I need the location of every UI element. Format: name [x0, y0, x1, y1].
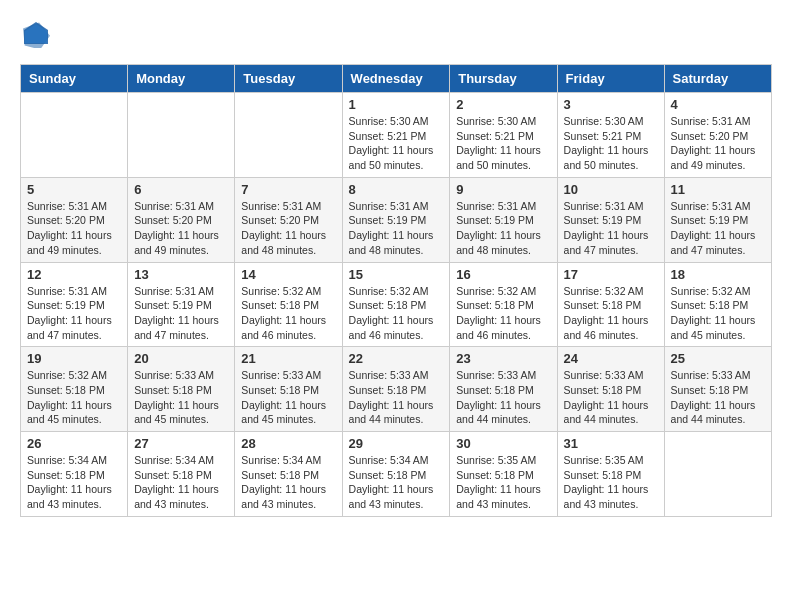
day-number: 8: [349, 182, 444, 197]
day-info: Sunrise: 5:33 AM Sunset: 5:18 PM Dayligh…: [456, 368, 550, 427]
day-info: Sunrise: 5:31 AM Sunset: 5:19 PM Dayligh…: [134, 284, 228, 343]
day-info: Sunrise: 5:31 AM Sunset: 5:19 PM Dayligh…: [456, 199, 550, 258]
calendar-cell: [21, 93, 128, 178]
calendar-cell: 2Sunrise: 5:30 AM Sunset: 5:21 PM Daylig…: [450, 93, 557, 178]
weekday-header-friday: Friday: [557, 65, 664, 93]
day-number: 11: [671, 182, 765, 197]
day-number: 18: [671, 267, 765, 282]
calendar-cell: 31Sunrise: 5:35 AM Sunset: 5:18 PM Dayli…: [557, 432, 664, 517]
day-info: Sunrise: 5:34 AM Sunset: 5:18 PM Dayligh…: [27, 453, 121, 512]
day-info: Sunrise: 5:31 AM Sunset: 5:19 PM Dayligh…: [564, 199, 658, 258]
day-info: Sunrise: 5:33 AM Sunset: 5:18 PM Dayligh…: [671, 368, 765, 427]
day-info: Sunrise: 5:33 AM Sunset: 5:18 PM Dayligh…: [134, 368, 228, 427]
day-number: 22: [349, 351, 444, 366]
day-number: 27: [134, 436, 228, 451]
calendar-week-row: 26Sunrise: 5:34 AM Sunset: 5:18 PM Dayli…: [21, 432, 772, 517]
weekday-header-sunday: Sunday: [21, 65, 128, 93]
day-info: Sunrise: 5:34 AM Sunset: 5:18 PM Dayligh…: [134, 453, 228, 512]
day-info: Sunrise: 5:34 AM Sunset: 5:18 PM Dayligh…: [349, 453, 444, 512]
day-info: Sunrise: 5:32 AM Sunset: 5:18 PM Dayligh…: [671, 284, 765, 343]
calendar-cell: 23Sunrise: 5:33 AM Sunset: 5:18 PM Dayli…: [450, 347, 557, 432]
day-number: 17: [564, 267, 658, 282]
day-info: Sunrise: 5:32 AM Sunset: 5:18 PM Dayligh…: [349, 284, 444, 343]
calendar-cell: 21Sunrise: 5:33 AM Sunset: 5:18 PM Dayli…: [235, 347, 342, 432]
calendar-week-row: 12Sunrise: 5:31 AM Sunset: 5:19 PM Dayli…: [21, 262, 772, 347]
day-number: 26: [27, 436, 121, 451]
day-info: Sunrise: 5:35 AM Sunset: 5:18 PM Dayligh…: [564, 453, 658, 512]
calendar-cell: 5Sunrise: 5:31 AM Sunset: 5:20 PM Daylig…: [21, 177, 128, 262]
day-number: 10: [564, 182, 658, 197]
calendar-cell: 14Sunrise: 5:32 AM Sunset: 5:18 PM Dayli…: [235, 262, 342, 347]
day-number: 31: [564, 436, 658, 451]
day-number: 23: [456, 351, 550, 366]
day-number: 7: [241, 182, 335, 197]
day-number: 24: [564, 351, 658, 366]
day-number: 16: [456, 267, 550, 282]
logo: [20, 20, 50, 48]
day-number: 25: [671, 351, 765, 366]
weekday-header-thursday: Thursday: [450, 65, 557, 93]
day-info: Sunrise: 5:31 AM Sunset: 5:20 PM Dayligh…: [671, 114, 765, 173]
day-info: Sunrise: 5:31 AM Sunset: 5:20 PM Dayligh…: [241, 199, 335, 258]
page-header: [20, 20, 772, 48]
day-info: Sunrise: 5:35 AM Sunset: 5:18 PM Dayligh…: [456, 453, 550, 512]
calendar-cell: 7Sunrise: 5:31 AM Sunset: 5:20 PM Daylig…: [235, 177, 342, 262]
day-info: Sunrise: 5:33 AM Sunset: 5:18 PM Dayligh…: [564, 368, 658, 427]
day-number: 3: [564, 97, 658, 112]
calendar-cell: 19Sunrise: 5:32 AM Sunset: 5:18 PM Dayli…: [21, 347, 128, 432]
calendar-header-row: SundayMondayTuesdayWednesdayThursdayFrid…: [21, 65, 772, 93]
calendar-cell: [664, 432, 771, 517]
calendar-cell: 30Sunrise: 5:35 AM Sunset: 5:18 PM Dayli…: [450, 432, 557, 517]
day-number: 6: [134, 182, 228, 197]
calendar-week-row: 19Sunrise: 5:32 AM Sunset: 5:18 PM Dayli…: [21, 347, 772, 432]
day-number: 2: [456, 97, 550, 112]
calendar-cell: 12Sunrise: 5:31 AM Sunset: 5:19 PM Dayli…: [21, 262, 128, 347]
calendar-cell: 25Sunrise: 5:33 AM Sunset: 5:18 PM Dayli…: [664, 347, 771, 432]
day-info: Sunrise: 5:32 AM Sunset: 5:18 PM Dayligh…: [241, 284, 335, 343]
day-number: 20: [134, 351, 228, 366]
day-info: Sunrise: 5:31 AM Sunset: 5:19 PM Dayligh…: [27, 284, 121, 343]
weekday-header-wednesday: Wednesday: [342, 65, 450, 93]
calendar-cell: 22Sunrise: 5:33 AM Sunset: 5:18 PM Dayli…: [342, 347, 450, 432]
calendar-cell: 9Sunrise: 5:31 AM Sunset: 5:19 PM Daylig…: [450, 177, 557, 262]
day-number: 21: [241, 351, 335, 366]
calendar-cell: 16Sunrise: 5:32 AM Sunset: 5:18 PM Dayli…: [450, 262, 557, 347]
calendar-week-row: 1Sunrise: 5:30 AM Sunset: 5:21 PM Daylig…: [21, 93, 772, 178]
day-number: 13: [134, 267, 228, 282]
calendar-week-row: 5Sunrise: 5:31 AM Sunset: 5:20 PM Daylig…: [21, 177, 772, 262]
calendar-cell: 20Sunrise: 5:33 AM Sunset: 5:18 PM Dayli…: [128, 347, 235, 432]
calendar-cell: 17Sunrise: 5:32 AM Sunset: 5:18 PM Dayli…: [557, 262, 664, 347]
calendar-cell: 6Sunrise: 5:31 AM Sunset: 5:20 PM Daylig…: [128, 177, 235, 262]
day-number: 15: [349, 267, 444, 282]
day-info: Sunrise: 5:32 AM Sunset: 5:18 PM Dayligh…: [564, 284, 658, 343]
day-info: Sunrise: 5:33 AM Sunset: 5:18 PM Dayligh…: [241, 368, 335, 427]
calendar-cell: [128, 93, 235, 178]
day-info: Sunrise: 5:31 AM Sunset: 5:19 PM Dayligh…: [349, 199, 444, 258]
calendar-cell: 1Sunrise: 5:30 AM Sunset: 5:21 PM Daylig…: [342, 93, 450, 178]
calendar-cell: 8Sunrise: 5:31 AM Sunset: 5:19 PM Daylig…: [342, 177, 450, 262]
day-info: Sunrise: 5:31 AM Sunset: 5:20 PM Dayligh…: [134, 199, 228, 258]
day-number: 19: [27, 351, 121, 366]
day-number: 12: [27, 267, 121, 282]
calendar-cell: [235, 93, 342, 178]
calendar-table: SundayMondayTuesdayWednesdayThursdayFrid…: [20, 64, 772, 517]
day-number: 30: [456, 436, 550, 451]
day-info: Sunrise: 5:31 AM Sunset: 5:20 PM Dayligh…: [27, 199, 121, 258]
calendar-cell: 26Sunrise: 5:34 AM Sunset: 5:18 PM Dayli…: [21, 432, 128, 517]
day-info: Sunrise: 5:30 AM Sunset: 5:21 PM Dayligh…: [349, 114, 444, 173]
day-number: 1: [349, 97, 444, 112]
calendar-cell: 3Sunrise: 5:30 AM Sunset: 5:21 PM Daylig…: [557, 93, 664, 178]
day-number: 9: [456, 182, 550, 197]
calendar-cell: 27Sunrise: 5:34 AM Sunset: 5:18 PM Dayli…: [128, 432, 235, 517]
day-info: Sunrise: 5:32 AM Sunset: 5:18 PM Dayligh…: [456, 284, 550, 343]
calendar-cell: 18Sunrise: 5:32 AM Sunset: 5:18 PM Dayli…: [664, 262, 771, 347]
day-number: 4: [671, 97, 765, 112]
calendar-cell: 28Sunrise: 5:34 AM Sunset: 5:18 PM Dayli…: [235, 432, 342, 517]
day-number: 5: [27, 182, 121, 197]
calendar-cell: 10Sunrise: 5:31 AM Sunset: 5:19 PM Dayli…: [557, 177, 664, 262]
day-number: 14: [241, 267, 335, 282]
weekday-header-tuesday: Tuesday: [235, 65, 342, 93]
day-info: Sunrise: 5:32 AM Sunset: 5:18 PM Dayligh…: [27, 368, 121, 427]
day-info: Sunrise: 5:30 AM Sunset: 5:21 PM Dayligh…: [456, 114, 550, 173]
day-info: Sunrise: 5:33 AM Sunset: 5:18 PM Dayligh…: [349, 368, 444, 427]
